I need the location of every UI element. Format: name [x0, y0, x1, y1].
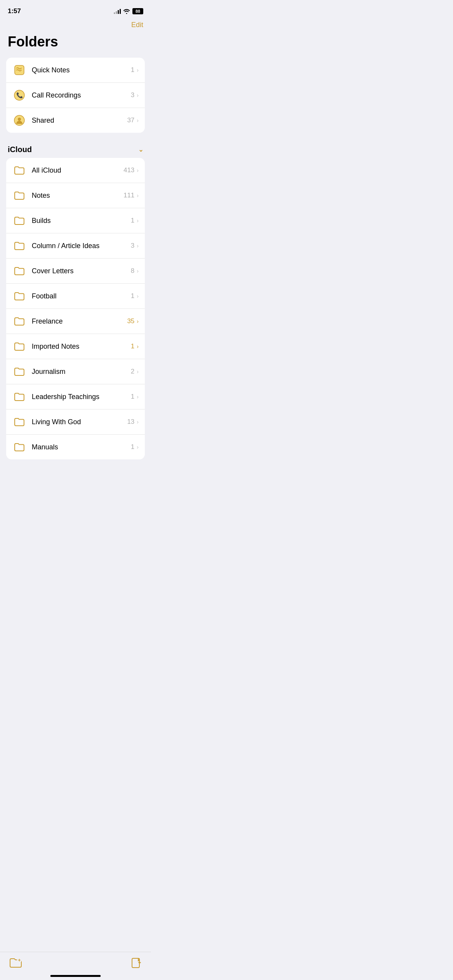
manuals-chevron: ›	[137, 444, 139, 450]
football-icon	[12, 289, 26, 303]
folder-row-cover-letters[interactable]: Cover Letters8›	[6, 259, 145, 284]
page-title: Folders	[0, 29, 151, 58]
column-article-ideas-label: Column / Article Ideas	[32, 242, 131, 250]
football-chevron: ›	[137, 293, 139, 299]
folder-row-builds[interactable]: Builds1›	[6, 208, 145, 233]
shared-chevron: ›	[137, 117, 139, 123]
folder-row-journalism[interactable]: Journalism2›	[6, 359, 145, 384]
folder-row-call-recordings[interactable]: 📞 Call Recordings 3 ›	[6, 83, 145, 108]
status-bar: 1:57 88	[0, 0, 151, 19]
wifi-icon	[123, 9, 130, 14]
football-label: Football	[32, 292, 131, 300]
call-recordings-icon: 📞	[12, 88, 26, 102]
manuals-icon	[12, 440, 26, 454]
leadership-teachings-count: 1	[131, 393, 134, 401]
folder-row-manuals[interactable]: Manuals1›	[6, 435, 145, 459]
folder-row-football[interactable]: Football1›	[6, 284, 145, 309]
quick-notes-label: Quick Notes	[32, 66, 131, 74]
notes-count: 111	[124, 192, 134, 199]
freelance-chevron: ›	[137, 318, 139, 324]
builds-label: Builds	[32, 217, 131, 225]
call-recordings-label: Call Recordings	[32, 91, 131, 99]
notes-label: Notes	[32, 192, 124, 200]
notes-icon	[12, 188, 26, 202]
status-time: 1:57	[8, 7, 21, 15]
call-recordings-chevron: ›	[137, 92, 139, 98]
freelance-icon	[12, 314, 26, 328]
living-with-god-icon	[12, 415, 26, 429]
edit-row: Edit	[0, 19, 151, 29]
folder-row-freelance[interactable]: Freelance35›	[6, 309, 145, 334]
all-icloud-count: 413	[124, 166, 134, 174]
pinned-folders-card: Quick Notes 1 › 📞 Call Recordings 3 › Sh…	[6, 58, 145, 133]
folder-row-notes[interactable]: Notes111›	[6, 183, 145, 208]
cover-letters-label: Cover Letters	[32, 267, 131, 275]
imported-notes-label: Imported Notes	[32, 343, 131, 351]
column-article-ideas-icon	[12, 239, 26, 253]
column-article-ideas-chevron: ›	[137, 243, 139, 249]
folder-row-quick-notes[interactable]: Quick Notes 1 ›	[6, 58, 145, 83]
edit-button[interactable]: Edit	[131, 21, 143, 29]
icloud-folders-list: All iCloud413› Notes111› Builds1› Column…	[6, 158, 145, 459]
icloud-header[interactable]: iCloud ⌄	[0, 142, 151, 158]
quick-notes-count: 1	[131, 66, 134, 74]
cover-letters-chevron: ›	[137, 268, 139, 274]
status-icons: 88	[114, 8, 143, 14]
journalism-chevron: ›	[137, 368, 139, 375]
imported-notes-icon	[12, 339, 26, 353]
cover-letters-count: 8	[131, 267, 134, 275]
folder-row-imported-notes[interactable]: Imported Notes1›	[6, 334, 145, 359]
freelance-count: 35	[127, 317, 134, 325]
imported-notes-count: 1	[131, 343, 134, 350]
all-icloud-icon	[12, 163, 26, 177]
folder-row-column-article-ideas[interactable]: Column / Article Ideas3›	[6, 233, 145, 259]
notes-chevron: ›	[137, 192, 139, 199]
folder-row-shared[interactable]: Shared 37 ›	[6, 108, 145, 133]
svg-point-4	[18, 118, 21, 121]
journalism-icon	[12, 365, 26, 379]
football-count: 1	[131, 292, 134, 300]
folder-row-leadership-teachings[interactable]: Leadership Teachings1›	[6, 384, 145, 409]
imported-notes-chevron: ›	[137, 343, 139, 350]
journalism-label: Journalism	[32, 368, 131, 376]
all-icloud-chevron: ›	[137, 167, 139, 173]
builds-icon	[12, 214, 26, 228]
all-icloud-label: All iCloud	[32, 166, 124, 175]
svg-text:📞: 📞	[16, 92, 23, 99]
call-recordings-count: 3	[131, 91, 134, 99]
living-with-god-chevron: ›	[137, 419, 139, 425]
living-with-god-count: 13	[127, 418, 134, 426]
icloud-title: iCloud	[8, 145, 32, 154]
freelance-label: Freelance	[32, 317, 127, 326]
column-article-ideas-count: 3	[131, 242, 134, 250]
living-with-god-label: Living With God	[32, 418, 127, 426]
shared-icon	[12, 113, 26, 127]
builds-chevron: ›	[137, 218, 139, 224]
leadership-teachings-icon	[12, 390, 26, 404]
shared-count: 37	[127, 117, 134, 124]
quick-notes-chevron: ›	[137, 67, 139, 73]
folder-row-living-with-god[interactable]: Living With God13›	[6, 409, 145, 435]
manuals-label: Manuals	[32, 443, 131, 451]
journalism-count: 2	[131, 368, 134, 375]
cover-letters-icon	[12, 264, 26, 278]
leadership-teachings-label: Leadership Teachings	[32, 393, 131, 401]
leadership-teachings-chevron: ›	[137, 394, 139, 400]
manuals-count: 1	[131, 443, 134, 451]
signal-icon	[114, 9, 121, 14]
quick-notes-icon	[12, 63, 26, 77]
folder-row-all-icloud[interactable]: All iCloud413›	[6, 158, 145, 183]
battery-icon: 88	[132, 8, 143, 14]
builds-count: 1	[131, 217, 134, 224]
shared-label: Shared	[32, 117, 127, 125]
svg-rect-0	[15, 65, 24, 75]
icloud-collapse-icon: ⌄	[138, 146, 143, 153]
